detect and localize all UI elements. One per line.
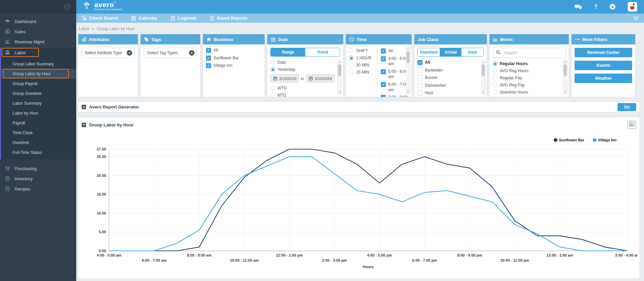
- registered-mark: ®: [114, 1, 116, 4]
- radio-icon: [270, 93, 275, 97]
- tab-check-search[interactable]: Check Search: [82, 16, 118, 21]
- filter-panel-header: Attributes: [78, 34, 138, 44]
- sidebar-item-group-overtime[interactable]: Group Overtime: [1, 88, 76, 98]
- checkbox-icon: ✓: [417, 60, 422, 65]
- search-input[interactable]: [503, 50, 562, 56]
- sidebar-item-recipes[interactable]: Recipes: [0, 184, 76, 194]
- metric-search-field[interactable]: [493, 48, 566, 58]
- x-tick-label: 6:00 - 7:00 am: [142, 258, 167, 262]
- scrollbar[interactable]: ▲▼: [406, 47, 410, 94]
- breadcrumb-parent[interactable]: Labor: [79, 26, 89, 31]
- sidebar-item-group-payroll[interactable]: Group Payroll: [1, 79, 76, 88]
- checkbox-option-host[interactable]: Host: [417, 91, 478, 96]
- filter-panel-title: Job Class: [418, 37, 438, 42]
- sidebar-item-payroll[interactable]: Payroll: [1, 118, 76, 128]
- toggle-dept[interactable]: Dept: [461, 48, 483, 56]
- checkbox-option-sunflower-bar[interactable]: ✓Sunflower Bar: [206, 56, 262, 61]
- revenue-center-button[interactable]: Revenue Center: [575, 48, 632, 57]
- sidebar-item-labor-summary[interactable]: Labor Summary: [1, 98, 76, 108]
- sidebar-item-inventory[interactable]: Inventory: [0, 174, 76, 184]
- checkbox-option-dishwasher[interactable]: Dishwasher: [417, 83, 478, 88]
- radio-option-30-min[interactable]: 30 MIN: [349, 63, 377, 67]
- tab-saved-reports[interactable]: Saved Reports: [209, 16, 248, 21]
- sidebar-item-labor[interactable]: Labor: [1, 47, 76, 58]
- radio-option-1-hour[interactable]: 1 HOUR: [349, 56, 377, 60]
- collapse-icon[interactable]: [82, 123, 86, 127]
- scroll-thumb[interactable]: [564, 64, 567, 76]
- radio-option-overtime-hours[interactable]: Overtime Hours: [493, 90, 560, 95]
- export-chart-button[interactable]: [627, 121, 636, 129]
- radio-option-mtd[interactable]: MTD: [270, 93, 334, 97]
- scroll-thumb[interactable]: [482, 64, 485, 76]
- x-tick-label: 8:00 - 9:00 pm: [457, 253, 482, 257]
- events-button[interactable]: Events: [575, 61, 632, 70]
- avero-logo[interactable]: avero® Revolutionizing Hospitality: [82, 1, 123, 13]
- scroll-down-icon[interactable]: ▼: [564, 91, 566, 94]
- radio-option-avg-reg-hours[interactable]: AVG Reg Hours: [493, 68, 560, 73]
- radio-option-avg-reg-pay[interactable]: AVG Reg Pay: [493, 83, 560, 87]
- collapse-icon[interactable]: [82, 105, 86, 109]
- toggle-actual[interactable]: Actual: [440, 48, 462, 56]
- scroll-up-icon[interactable]: ▲: [564, 60, 566, 64]
- checkbox-option-7-00-8-00-am[interactable]: ✓7:00 - 8:00 am: [381, 95, 411, 97]
- toggle-range[interactable]: Range: [271, 48, 305, 56]
- checkbox-label: All: [425, 60, 430, 65]
- scrollbar[interactable]: ▲▼: [481, 60, 485, 94]
- checkbox-option-village-inn[interactable]: ✓Village Inn: [206, 63, 262, 68]
- sidebar-item-labor-by-hour[interactable]: Labor by Hour: [1, 108, 76, 118]
- radio-option-15-min[interactable]: 15 MIN: [349, 70, 377, 75]
- sidebar-item-time-clock[interactable]: Time Clock: [1, 128, 76, 138]
- tab-calendar[interactable]: Calendar: [131, 16, 158, 21]
- sidebar-item-group-labor-summary[interactable]: Group Labor Summary: [1, 59, 76, 69]
- radio-label: AVG Reg Pay: [500, 83, 525, 87]
- scrollbar[interactable]: ▲▼: [563, 60, 567, 94]
- go-button[interactable]: Go: [618, 103, 636, 111]
- sidebar-item-dashboard[interactable]: Dashboard: [0, 16, 76, 26]
- checkbox-option-all[interactable]: ✓All: [206, 48, 262, 53]
- scroll-up-icon[interactable]: ▲: [407, 47, 409, 51]
- scroll-thumb[interactable]: [407, 52, 410, 63]
- weather-button[interactable]: Weather: [575, 74, 632, 83]
- scroll-down-icon[interactable]: ▼: [482, 91, 484, 94]
- scroll-down-icon[interactable]: ▼: [407, 91, 409, 94]
- filter-panel-attributes: AttributesSelect Attribute Type▾: [78, 34, 138, 97]
- radio-option-shift[interactable]: SHIFT: [349, 48, 377, 53]
- help-icon[interactable]: ?: [594, 3, 598, 11]
- sidebar-item-sales[interactable]: $Sales: [0, 26, 76, 37]
- date-from-input[interactable]: 3/10/2019: [270, 74, 299, 83]
- filter-panel-header: Job Class: [414, 34, 487, 44]
- checkbox-option-bartender[interactable]: Bartender: [417, 68, 478, 73]
- scrollbar[interactable]: ▲▼: [337, 60, 342, 94]
- cart-icon[interactable]: [633, 16, 639, 21]
- sidebar-item-group-labor-by-hour[interactable]: Group Labor by Hour: [1, 69, 76, 79]
- radio-option-yesterday[interactable]: Yesterday: [270, 67, 334, 72]
- avatar[interactable]: [628, 2, 637, 12]
- sidebar-item-full-time-status[interactable]: Full-Time Status: [1, 147, 76, 157]
- tags-dropdown[interactable]: Select Tag Types▾: [144, 48, 197, 58]
- radio-option-regular-pay[interactable]: Regular Pay: [493, 76, 560, 80]
- sidebar-collapse-icon[interactable]: ‹: [64, 4, 70, 10]
- toggle-standard[interactable]: Standard: [418, 48, 440, 56]
- scroll-up-icon[interactable]: ▲: [482, 60, 484, 64]
- sidebar-item-overtime[interactable]: Overtime: [1, 138, 76, 147]
- sidebar-subitem-label: Time Clock: [13, 131, 33, 135]
- tab-logbook[interactable]: Logbook: [170, 16, 196, 21]
- toggle-trend[interactable]: Trend: [305, 48, 340, 56]
- checkbox-option-all[interactable]: ✓All: [417, 60, 478, 65]
- attributes-dropdown[interactable]: Select Attribute Type▾: [81, 48, 135, 58]
- x-axis-title: Hours: [363, 265, 374, 269]
- radio-option-wtd[interactable]: WTD: [270, 86, 334, 91]
- radio-option-date[interactable]: Date: [270, 60, 334, 65]
- sidebar-item-revenue-mgmt[interactable]: Revenue Mgmt: [0, 37, 76, 47]
- scroll-up-icon[interactable]: ▲: [338, 60, 341, 64]
- scroll-down-icon[interactable]: ▼: [338, 91, 341, 94]
- date-to-input[interactable]: 3/10/2019: [306, 74, 335, 83]
- chat-icon[interactable]: [575, 4, 582, 10]
- sidebar-item-purchasing[interactable]: Purchasing: [0, 163, 76, 174]
- time-interval-radios: SHIFT1 HOUR30 MIN15 MIN: [349, 48, 377, 94]
- date-value: 3/10/2019: [279, 77, 296, 81]
- scroll-thumb[interactable]: [338, 64, 341, 76]
- gear-icon[interactable]: [609, 4, 616, 10]
- radio-option-regular-hours[interactable]: Regular Hours: [493, 61, 560, 66]
- checkbox-option-busser[interactable]: Busser: [417, 75, 478, 81]
